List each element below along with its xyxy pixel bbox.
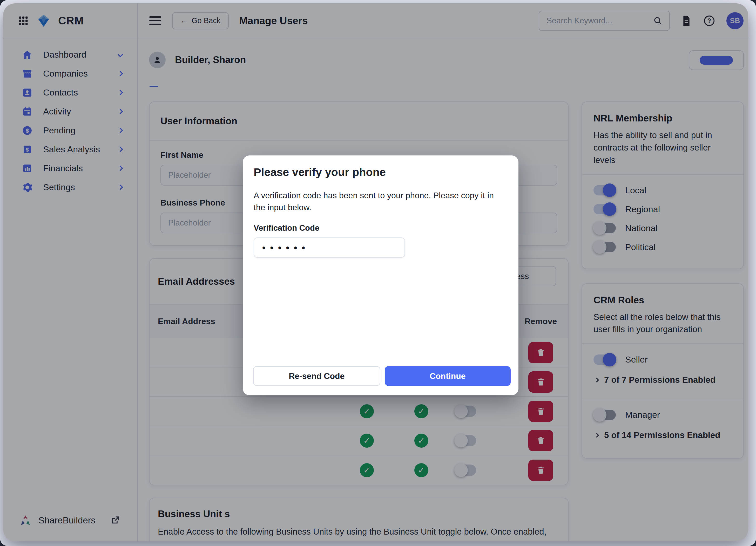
continue-button[interactable]: Continue bbox=[385, 366, 511, 386]
screen: CRM Dashboard Companies Contacts bbox=[0, 0, 756, 546]
verify-phone-modal: Please verify your phone A verification … bbox=[243, 156, 518, 395]
app-window: CRM Dashboard Companies Contacts bbox=[3, 3, 748, 541]
modal-body-text: A verification code has been sent to you… bbox=[254, 190, 500, 214]
verification-code-input[interactable]: ●●●●●● bbox=[254, 238, 405, 258]
modal-title: Please verify your phone bbox=[254, 166, 508, 179]
verification-code-label: Verification Code bbox=[254, 224, 508, 233]
resend-code-button[interactable]: Re-send Code bbox=[253, 366, 380, 386]
